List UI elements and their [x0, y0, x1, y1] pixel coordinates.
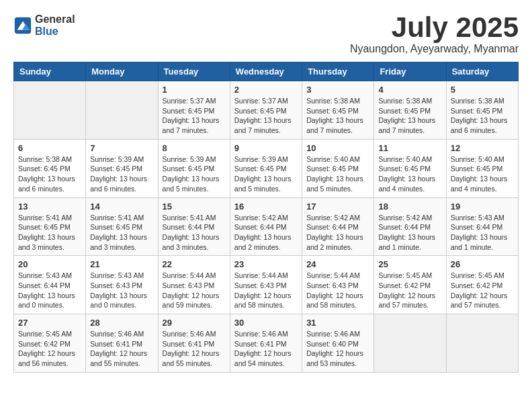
day-info: Sunrise: 5:46 AM Sunset: 6:41 PM Dayligh… — [163, 329, 226, 369]
day-info: Sunrise: 5:45 AM Sunset: 6:42 PM Dayligh… — [378, 271, 441, 310]
day-info: Sunrise: 5:44 AM Sunset: 6:43 PM Dayligh… — [306, 271, 369, 310]
day-number: 28 — [90, 318, 153, 328]
title-area: July 2025 Nyaungdon, Ayeyarwady, Myanmar — [350, 13, 519, 55]
calendar-cell: 17Sunrise: 5:42 AM Sunset: 6:44 PM Dayli… — [302, 197, 374, 256]
day-info: Sunrise: 5:46 AM Sunset: 6:41 PM Dayligh… — [234, 329, 298, 369]
calendar-cell: 13Sunrise: 5:41 AM Sunset: 6:45 PM Dayli… — [14, 197, 86, 256]
day-number: 5 — [451, 85, 514, 95]
day-info: Sunrise: 5:41 AM Sunset: 6:45 PM Dayligh… — [18, 213, 81, 253]
day-info: Sunrise: 5:39 AM Sunset: 6:45 PM Dayligh… — [163, 154, 226, 194]
calendar-cell: 23Sunrise: 5:44 AM Sunset: 6:43 PM Dayli… — [230, 256, 302, 314]
calendar-cell: 12Sunrise: 5:40 AM Sunset: 6:45 PM Dayli… — [446, 139, 518, 197]
day-info: Sunrise: 5:43 AM Sunset: 6:43 PM Dayligh… — [90, 271, 153, 310]
day-number: 16 — [234, 201, 298, 212]
week-row-2: 6Sunrise: 5:38 AM Sunset: 6:45 PM Daylig… — [14, 139, 519, 197]
day-number: 1 — [163, 85, 226, 95]
week-row-4: 20Sunrise: 5:43 AM Sunset: 6:44 PM Dayli… — [14, 256, 519, 314]
calendar-cell: 30Sunrise: 5:46 AM Sunset: 6:41 PM Dayli… — [230, 314, 302, 373]
day-info: Sunrise: 5:40 AM Sunset: 6:45 PM Dayligh… — [378, 154, 441, 194]
logo-icon — [13, 16, 32, 35]
day-info: Sunrise: 5:41 AM Sunset: 6:45 PM Dayligh… — [90, 213, 153, 253]
calendar-cell: 16Sunrise: 5:42 AM Sunset: 6:44 PM Dayli… — [230, 197, 302, 256]
calendar-cell: 27Sunrise: 5:45 AM Sunset: 6:42 PM Dayli… — [14, 314, 86, 373]
calendar-cell: 24Sunrise: 5:44 AM Sunset: 6:43 PM Dayli… — [302, 256, 374, 314]
day-number: 8 — [163, 143, 226, 153]
calendar-cell: 21Sunrise: 5:43 AM Sunset: 6:43 PM Dayli… — [86, 256, 158, 314]
day-info: Sunrise: 5:41 AM Sunset: 6:44 PM Dayligh… — [163, 213, 226, 253]
calendar-cell — [86, 81, 158, 140]
calendar-cell: 8Sunrise: 5:39 AM Sunset: 6:45 PM Daylig… — [158, 139, 230, 197]
week-row-3: 13Sunrise: 5:41 AM Sunset: 6:45 PM Dayli… — [14, 197, 519, 256]
day-info: Sunrise: 5:38 AM Sunset: 6:45 PM Dayligh… — [378, 96, 441, 136]
logo-text: General Blue — [35, 13, 75, 37]
day-info: Sunrise: 5:45 AM Sunset: 6:42 PM Dayligh… — [451, 271, 514, 310]
calendar-cell: 19Sunrise: 5:43 AM Sunset: 6:44 PM Dayli… — [446, 197, 518, 256]
day-number: 31 — [306, 318, 369, 328]
day-number: 25 — [378, 259, 441, 269]
calendar-cell: 2Sunrise: 5:37 AM Sunset: 6:45 PM Daylig… — [230, 81, 302, 140]
calendar-table: SundayMondayTuesdayWednesdayThursdayFrid… — [13, 62, 519, 373]
day-number: 9 — [234, 143, 298, 153]
day-number: 27 — [18, 318, 81, 328]
day-info: Sunrise: 5:44 AM Sunset: 6:43 PM Dayligh… — [234, 271, 298, 310]
calendar-cell: 14Sunrise: 5:41 AM Sunset: 6:45 PM Dayli… — [86, 197, 158, 256]
calendar-cell — [14, 81, 86, 140]
day-number: 14 — [90, 201, 153, 212]
calendar-cell: 1Sunrise: 5:37 AM Sunset: 6:45 PM Daylig… — [158, 81, 230, 140]
day-number: 20 — [18, 259, 81, 269]
day-info: Sunrise: 5:43 AM Sunset: 6:44 PM Dayligh… — [451, 213, 514, 253]
calendar-cell: 11Sunrise: 5:40 AM Sunset: 6:45 PM Dayli… — [374, 139, 446, 197]
calendar-cell: 28Sunrise: 5:46 AM Sunset: 6:41 PM Dayli… — [86, 314, 158, 373]
day-number: 19 — [451, 201, 514, 212]
calendar-cell: 4Sunrise: 5:38 AM Sunset: 6:45 PM Daylig… — [374, 81, 446, 140]
day-number: 6 — [18, 143, 81, 153]
calendar-cell: 10Sunrise: 5:40 AM Sunset: 6:45 PM Dayli… — [302, 139, 374, 197]
logo: General Blue — [13, 13, 75, 37]
month-title: July 2025 — [350, 13, 519, 42]
calendar-cell: 7Sunrise: 5:39 AM Sunset: 6:45 PM Daylig… — [86, 139, 158, 197]
day-number: 18 — [378, 201, 441, 212]
weekday-header-row: SundayMondayTuesdayWednesdayThursdayFrid… — [14, 62, 519, 81]
day-number: 3 — [306, 85, 369, 95]
day-info: Sunrise: 5:38 AM Sunset: 6:45 PM Dayligh… — [451, 96, 514, 136]
calendar-cell: 15Sunrise: 5:41 AM Sunset: 6:44 PM Dayli… — [158, 197, 230, 256]
day-number: 26 — [451, 259, 514, 269]
calendar-cell — [374, 314, 446, 373]
day-info: Sunrise: 5:46 AM Sunset: 6:41 PM Dayligh… — [90, 329, 153, 369]
day-number: 29 — [163, 318, 226, 328]
day-number: 22 — [163, 259, 226, 269]
page-header: General Blue July 2025 Nyaungdon, Ayeyar… — [13, 13, 519, 55]
location-title: Nyaungdon, Ayeyarwady, Myanmar — [350, 43, 519, 55]
day-info: Sunrise: 5:39 AM Sunset: 6:45 PM Dayligh… — [90, 154, 153, 194]
day-info: Sunrise: 5:44 AM Sunset: 6:43 PM Dayligh… — [163, 271, 226, 310]
weekday-header-tuesday: Tuesday — [158, 62, 230, 81]
day-number: 30 — [234, 318, 298, 328]
day-number: 15 — [163, 201, 226, 212]
day-number: 13 — [18, 201, 81, 212]
day-number: 24 — [306, 259, 369, 269]
day-info: Sunrise: 5:40 AM Sunset: 6:45 PM Dayligh… — [306, 154, 369, 194]
day-info: Sunrise: 5:38 AM Sunset: 6:45 PM Dayligh… — [18, 154, 81, 194]
calendar-cell: 31Sunrise: 5:46 AM Sunset: 6:40 PM Dayli… — [302, 314, 374, 373]
day-number: 21 — [90, 259, 153, 269]
calendar-cell: 26Sunrise: 5:45 AM Sunset: 6:42 PM Dayli… — [446, 256, 518, 314]
day-number: 2 — [234, 85, 298, 95]
weekday-header-wednesday: Wednesday — [230, 62, 302, 81]
day-info: Sunrise: 5:42 AM Sunset: 6:44 PM Dayligh… — [234, 213, 298, 253]
logo-general: General — [35, 13, 75, 26]
day-info: Sunrise: 5:37 AM Sunset: 6:45 PM Dayligh… — [234, 96, 298, 136]
day-info: Sunrise: 5:37 AM Sunset: 6:45 PM Dayligh… — [163, 96, 226, 136]
day-number: 17 — [306, 201, 369, 212]
week-row-5: 27Sunrise: 5:45 AM Sunset: 6:42 PM Dayli… — [14, 314, 519, 373]
calendar-cell: 5Sunrise: 5:38 AM Sunset: 6:45 PM Daylig… — [446, 81, 518, 140]
logo-blue: Blue — [35, 26, 75, 38]
weekday-header-thursday: Thursday — [302, 62, 374, 81]
day-info: Sunrise: 5:42 AM Sunset: 6:44 PM Dayligh… — [306, 213, 369, 253]
day-info: Sunrise: 5:45 AM Sunset: 6:42 PM Dayligh… — [18, 329, 81, 369]
calendar-cell: 18Sunrise: 5:42 AM Sunset: 6:44 PM Dayli… — [374, 197, 446, 256]
calendar-cell: 6Sunrise: 5:38 AM Sunset: 6:45 PM Daylig… — [14, 139, 86, 197]
calendar-cell — [446, 314, 518, 373]
weekday-header-sunday: Sunday — [14, 62, 86, 81]
calendar-cell: 20Sunrise: 5:43 AM Sunset: 6:44 PM Dayli… — [14, 256, 86, 314]
day-info: Sunrise: 5:46 AM Sunset: 6:40 PM Dayligh… — [306, 329, 369, 369]
